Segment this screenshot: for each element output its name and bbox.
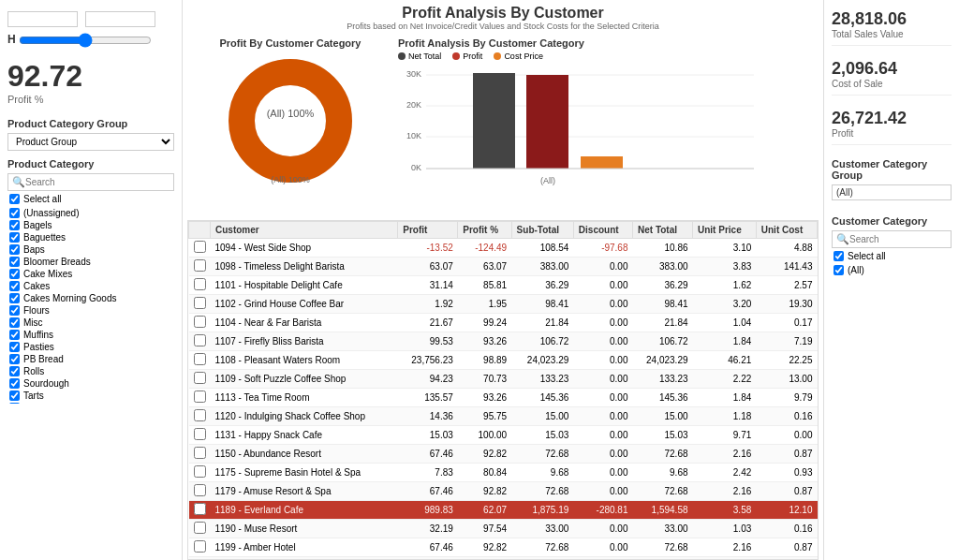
product-category-checkbox[interactable] <box>9 366 20 376</box>
start-date-input[interactable]: 09/06/2024 <box>7 11 78 27</box>
row-checkbox[interactable] <box>194 447 206 459</box>
row-checkbox[interactable] <box>194 484 206 496</box>
product-category-checkbox[interactable] <box>9 317 20 328</box>
product-category-item[interactable]: Bloomer Breads <box>7 256 174 268</box>
product-category-item[interactable]: Cakes Morning Goods <box>7 292 174 304</box>
product-category-item[interactable]: Flours <box>7 304 174 317</box>
row-checkbox[interactable] <box>194 353 206 365</box>
table-row[interactable]: 1131 - Happy Snack Cafe15.03100.0015.030… <box>189 426 818 445</box>
table-row[interactable]: 1108 - Pleasant Waters Room23,756.2398.8… <box>189 351 818 370</box>
customer-name-cell: 1107 - Firefly Bliss Barista <box>211 332 398 351</box>
table-row[interactable]: 1199 - Amber Hotel67.4692.8272.680.0072.… <box>189 538 818 557</box>
product-category-checkbox[interactable] <box>9 391 20 401</box>
product-category-search-row: 🔍 <box>7 173 174 191</box>
product-category-checkbox[interactable] <box>9 220 20 230</box>
product-category-checkbox[interactable] <box>9 354 20 364</box>
svg-text:20K: 20K <box>406 100 421 110</box>
product-category-item[interactable]: Sourdough <box>7 377 174 390</box>
product-category-section: Product Category 🔍 Select all (Unassigne… <box>0 155 182 407</box>
product-category-item[interactable]: Baps <box>7 243 174 256</box>
product-category-checkbox[interactable] <box>9 342 20 352</box>
product-category-checkbox[interactable] <box>9 208 20 218</box>
product-group-select[interactable]: Product Group <box>7 133 174 151</box>
product-category-name: Bagels <box>23 220 52 230</box>
row-checkbox[interactable] <box>194 465 206 478</box>
th-profit-pct[interactable]: Profit % <box>458 222 511 239</box>
product-category-checkbox[interactable] <box>9 281 20 291</box>
customer-name-cell: 1131 - Happy Snack Cafe <box>211 426 398 445</box>
product-category-item[interactable]: Cakes <box>7 280 174 292</box>
data-cell: 10.86 <box>633 239 693 258</box>
customer-category-search-input[interactable] <box>849 234 947 244</box>
product-category-item[interactable]: Baguettes <box>7 231 174 243</box>
product-category-item[interactable]: Bagels <box>7 219 174 231</box>
product-category-checkbox[interactable] <box>9 330 20 340</box>
product-category-item[interactable]: PB Bread <box>7 353 174 365</box>
product-category-item[interactable]: Rolls <box>7 365 174 377</box>
table-row[interactable]: 1102 - Grind House Coffee Bar1.921.9598.… <box>189 295 818 314</box>
date-slider[interactable] <box>19 33 152 48</box>
product-category-checkbox[interactable] <box>9 269 20 279</box>
th-profit[interactable]: Profit <box>398 222 458 239</box>
product-category-item[interactable]: Pasties <box>7 341 174 353</box>
table-row[interactable]: 1107 - Firefly Bliss Barista99.5393.2610… <box>189 332 818 351</box>
product-category-checkbox[interactable] <box>9 305 20 316</box>
product-category-checkbox[interactable] <box>9 257 20 267</box>
table-row[interactable]: 1113 - Tea Time Room135.5793.26145.360.0… <box>189 389 818 407</box>
row-checkbox[interactable] <box>194 316 206 328</box>
row-checkbox[interactable] <box>194 278 206 290</box>
select-all-label[interactable]: Select all <box>7 193 174 205</box>
table-row[interactable]: 1175 - Supreme Basin Hotel & Spa7.8380.8… <box>189 464 818 482</box>
select-all-checkbox[interactable] <box>9 194 20 204</box>
product-category-checkbox[interactable] <box>9 232 20 243</box>
product-category-item[interactable]: Cake Mixes <box>7 268 174 280</box>
table-row[interactable]: 1201 - Excursion Hotel & Spa3.4565.675.2… <box>189 557 818 561</box>
center-content: Profit Analysis By Customer Profits base… <box>183 0 823 560</box>
product-category-item[interactable]: Tin Bread <box>7 402 174 404</box>
product-category-checkbox[interactable] <box>9 244 20 255</box>
product-category-item[interactable]: Muffins <box>7 329 174 341</box>
row-checkbox[interactable] <box>194 241 206 253</box>
table-row[interactable]: 1189 - Everland Cafe989.8362.071,875.19-… <box>189 501 818 520</box>
product-category-checkbox[interactable] <box>9 293 20 303</box>
product-category-label: Product Category <box>7 158 174 169</box>
data-cell: 67.46 <box>398 538 458 557</box>
product-category-item[interactable]: Misc <box>7 317 174 329</box>
row-checkbox[interactable] <box>194 428 206 440</box>
th-discount[interactable]: Discount <box>573 222 632 239</box>
table-row[interactable]: 1179 - Amuse Resort & Spa67.4692.8272.68… <box>189 482 818 501</box>
product-category-checkbox[interactable] <box>9 378 20 389</box>
product-category-search-input[interactable] <box>25 177 170 187</box>
th-unit-cost[interactable]: Unit Cost <box>756 222 817 239</box>
customer-category-all[interactable]: (All) <box>832 264 952 276</box>
row-checkbox[interactable] <box>194 540 206 553</box>
end-date-input[interactable]: 15/06/2024 <box>85 11 155 27</box>
product-category-item[interactable]: (Unassigned) <box>7 207 174 219</box>
row-checkbox[interactable] <box>194 259 206 272</box>
th-subtotal[interactable]: Sub-Total <box>511 222 573 239</box>
data-cell: 3.20 <box>693 295 757 314</box>
customer-select-all-label[interactable]: Select all <box>832 250 952 262</box>
table-row[interactable]: 1098 - Timeless Delight Barista63.0763.0… <box>189 258 818 276</box>
th-customer[interactable]: Customer <box>211 222 398 239</box>
table-row[interactable]: 1094 - West Side Shop-13.52-124.49108.54… <box>189 239 818 258</box>
table-row[interactable]: 1190 - Muse Resort32.1997.5433.000.0033.… <box>189 520 818 538</box>
row-checkbox[interactable] <box>194 391 206 403</box>
customer-select-all-checkbox[interactable] <box>834 251 844 261</box>
row-checkbox[interactable] <box>194 522 206 534</box>
th-net-total[interactable]: Net Total <box>633 222 693 239</box>
table-row[interactable]: 1109 - Soft Puzzle Coffee Shop94.2370.73… <box>189 370 818 389</box>
row-checkbox[interactable] <box>194 372 206 384</box>
table-row[interactable]: 1120 - Indulging Shack Coffee Shop14.369… <box>189 407 818 426</box>
table-row[interactable]: 1104 - Near & Far Barista21.6799.2421.84… <box>189 314 818 332</box>
table-row[interactable]: 1101 - Hospitable Delight Cafe31.1485.81… <box>189 276 818 295</box>
th-unit-price[interactable]: Unit Price <box>693 222 757 239</box>
row-checkbox[interactable] <box>194 334 206 346</box>
row-checkbox[interactable] <box>194 297 206 309</box>
table-row[interactable]: 1150 - Abundance Resort67.4692.8272.680.… <box>189 445 818 464</box>
data-table-container[interactable]: Customer Profit Profit % Sub-Total Disco… <box>187 220 819 560</box>
row-checkbox[interactable] <box>194 409 206 421</box>
product-category-item[interactable]: Tarts <box>7 390 174 402</box>
row-checkbox[interactable] <box>194 503 206 515</box>
product-category-checkbox[interactable] <box>9 403 20 404</box>
